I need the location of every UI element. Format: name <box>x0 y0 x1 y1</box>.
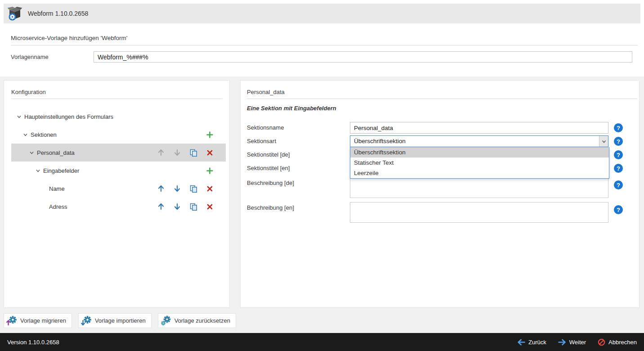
sektionsart-selected-value: Überschriftssektion <box>350 136 599 147</box>
beschreibung-de-textarea[interactable] <box>350 177 608 198</box>
tree-node-adress[interactable]: Adress <box>11 198 226 216</box>
chevron-down-icon[interactable] <box>23 132 31 137</box>
header-area: Webform 1.10.0.2658 Microservice-Vorlage… <box>0 0 644 76</box>
dropdown-option[interactable]: Statischer Text <box>350 158 609 168</box>
tree-node-name[interactable]: Name <box>11 180 226 198</box>
template-name-input[interactable] <box>94 51 632 63</box>
app-window: Webform 1.10.0.2658 Microservice-Vorlage… <box>0 0 644 351</box>
help-icon[interactable]: ? <box>614 137 623 146</box>
chevron-down-icon[interactable] <box>17 114 24 119</box>
reset-icon <box>161 315 171 326</box>
dropdown-option[interactable]: Überschriftssektion <box>350 147 609 158</box>
sektionsname-input[interactable] <box>350 122 608 134</box>
configuration-panel-title: Konfiguration <box>11 89 46 95</box>
help-icon[interactable]: ? <box>614 180 623 189</box>
page-title: Microservice-Vorlage hinzufügen 'Webform… <box>11 35 127 41</box>
section-detail-panel: Personal_data Eine Sektion mit Eingabefe… <box>240 80 640 308</box>
next-button[interactable]: Weiter <box>558 338 586 346</box>
tree-node-personal-data[interactable]: Personal_data <box>11 144 226 162</box>
version-label: Version 1.10.0.2658 <box>7 339 59 346</box>
sektionsart-row: Sektionsart Überschriftssektion ? <box>247 135 633 147</box>
cancel-button-label: Abbrechen <box>608 339 637 346</box>
add-section-button[interactable] <box>201 126 218 143</box>
chevron-down-icon[interactable] <box>599 136 608 147</box>
move-down-icon[interactable] <box>169 144 185 161</box>
copy-icon[interactable] <box>185 180 201 197</box>
sektionsname-label: Sektionsname <box>247 122 350 134</box>
migrate-template-label: Vorlage migrieren <box>20 317 66 324</box>
section-detail-subtitle: Eine Sektion mit Eingabefeldern <box>247 105 336 112</box>
chevron-down-icon[interactable] <box>36 168 43 173</box>
beschreibung-de-row: Beschreibung [de] ? <box>247 177 633 198</box>
delete-icon[interactable] <box>201 144 218 161</box>
sektionstitel-de-label: Sektionstitel [de] <box>247 149 350 161</box>
import-template-label: Vorlage importieren <box>95 317 146 324</box>
sektionsname-row: Sektionsname ? <box>247 122 633 134</box>
back-arrow-icon <box>517 339 525 346</box>
copy-icon[interactable] <box>185 144 201 161</box>
template-name-row: Vorlagenname <box>11 51 632 63</box>
section-form: Sektionsname ? Sektionsart Überschriftss… <box>247 122 633 225</box>
tree-node-label: Eingabefelder <box>43 167 79 174</box>
sektionsart-dropdown-list: Überschriftssektion Statischer Text Leer… <box>350 147 609 179</box>
footer-bar: Version 1.10.0.2658 Zurück Weiter Abbrec… <box>0 333 644 351</box>
sektionsart-label: Sektionsart <box>247 135 350 147</box>
tree-node-label: Adress <box>49 203 67 210</box>
tree-node-haupteinstellungen[interactable]: Haupteinstellungen des Formulars <box>11 108 226 126</box>
configuration-tree: Haupteinstellungen des Formulars Sektion… <box>4 108 229 216</box>
help-icon[interactable]: ? <box>614 150 623 159</box>
migrate-template-button[interactable]: Vorlage migrieren <box>4 313 72 328</box>
move-up-icon[interactable] <box>153 198 169 215</box>
tree-node-label: Haupteinstellungen des Formulars <box>24 113 113 120</box>
delete-icon[interactable] <box>201 180 218 197</box>
migrate-icon <box>6 315 17 326</box>
app-box-gear-icon <box>7 5 23 22</box>
back-button-label: Zurück <box>528 339 546 346</box>
chevron-down-icon[interactable] <box>29 150 37 155</box>
cancel-button[interactable]: Abbrechen <box>598 338 637 346</box>
beschreibung-en-row: Beschreibung [en] ? <box>247 202 633 223</box>
beschreibung-en-textarea[interactable] <box>350 202 608 223</box>
back-button[interactable]: Zurück <box>517 338 546 346</box>
next-button-label: Weiter <box>569 339 586 346</box>
tree-node-label: Name <box>49 185 65 192</box>
help-icon[interactable]: ? <box>614 123 623 132</box>
sektionstitel-en-label: Sektionstitel [en] <box>247 162 350 174</box>
sektionsart-select[interactable]: Überschriftssektion <box>350 135 608 147</box>
help-icon[interactable]: ? <box>614 205 623 214</box>
reset-template-label: Vorlage zurücksetzen <box>174 317 230 324</box>
template-name-label: Vorlagenname <box>11 54 94 60</box>
header-divider <box>11 45 638 45</box>
next-arrow-icon <box>558 339 566 346</box>
dropdown-option[interactable]: Leerzeile <box>350 168 609 178</box>
tree-node-sektionen[interactable]: Sektionen <box>11 126 226 144</box>
copy-icon[interactable] <box>185 198 201 215</box>
panel-divider <box>247 99 637 99</box>
configuration-panel: Konfiguration Haupteinstellungen des For… <box>4 80 230 308</box>
title-bar: Webform 1.10.0.2658 <box>4 4 640 23</box>
window-title: Webform 1.10.0.2658 <box>28 10 88 17</box>
move-down-icon[interactable] <box>169 180 185 197</box>
import-template-button[interactable]: Vorlage importieren <box>78 313 152 328</box>
add-field-button[interactable] <box>201 162 218 179</box>
import-icon <box>81 315 92 326</box>
move-down-icon[interactable] <box>169 198 185 215</box>
tree-node-label: Personal_data <box>37 149 75 156</box>
beschreibung-en-label: Beschreibung [en] <box>247 202 350 214</box>
section-detail-title: Personal_data <box>247 89 285 95</box>
cancel-icon <box>598 338 605 346</box>
move-up-icon[interactable] <box>153 180 169 197</box>
help-icon[interactable]: ? <box>614 164 623 173</box>
panel-divider <box>11 99 223 99</box>
delete-icon[interactable] <box>201 198 218 215</box>
tree-node-eingabefelder[interactable]: Eingabefelder <box>11 162 226 180</box>
reset-template-button[interactable]: Vorlage zurücksetzen <box>158 313 236 328</box>
tree-node-label: Sektionen <box>31 131 57 138</box>
bottom-toolbar: Vorlage migrieren V <box>4 312 640 329</box>
move-up-icon[interactable] <box>153 144 169 161</box>
beschreibung-de-label: Beschreibung [de] <box>247 177 350 189</box>
